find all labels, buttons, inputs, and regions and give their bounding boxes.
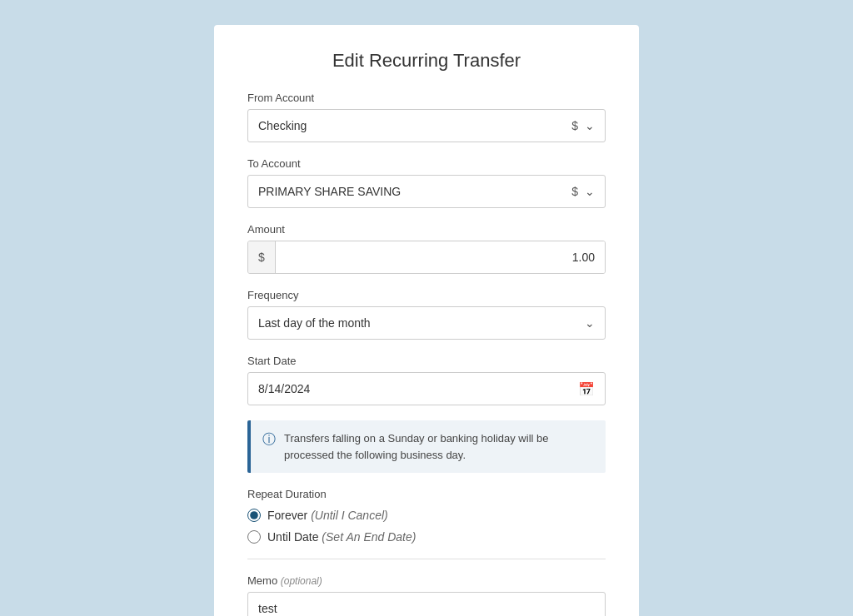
info-message: Transfers falling on a Sunday or banking… [284, 430, 594, 463]
modal-title: Edit Recurring Transfer [247, 50, 606, 72]
start-date-label: Start Date [247, 355, 606, 367]
amount-label: Amount [247, 223, 606, 236]
start-date-input[interactable] [258, 382, 578, 395]
to-account-select[interactable]: PRIMARY SHARE SAVING $ ⌄ [247, 175, 606, 208]
memo-group: Memo (optional) [247, 574, 606, 616]
divider [247, 559, 606, 559]
memo-input[interactable] [247, 592, 606, 616]
frequency-select[interactable]: Last day of the month ⌄ [247, 306, 606, 340]
to-account-label: To Account [247, 157, 606, 170]
start-date-wrapper: 📅 [247, 372, 606, 405]
until-date-radio[interactable] [247, 530, 261, 544]
info-icon: ⓘ [262, 431, 276, 449]
from-account-group: From Account Checking $ ⌄ [247, 92, 606, 142]
from-account-label: From Account [247, 92, 606, 104]
to-account-chevron-icon: ⌄ [585, 185, 595, 198]
info-box: ⓘ Transfers falling on a Sunday or banki… [247, 420, 606, 473]
start-date-group: Start Date 📅 [247, 355, 606, 405]
to-account-currency: $ [571, 185, 578, 198]
amount-wrapper: $ [247, 241, 606, 274]
frequency-label: Frequency [247, 289, 606, 301]
memo-label: Memo (optional) [247, 574, 606, 587]
frequency-value: Last day of the month [258, 316, 585, 330]
until-date-label: Until Date (Set An End Date) [267, 530, 416, 544]
repeat-duration-group: Repeat Duration Forever (Until I Cancel)… [247, 488, 606, 544]
from-account-currency: $ [571, 119, 578, 132]
forever-label: Forever (Until I Cancel) [267, 509, 388, 522]
to-account-group: To Account PRIMARY SHARE SAVING $ ⌄ [247, 157, 606, 208]
amount-prefix: $ [248, 241, 276, 273]
from-account-chevron-icon: ⌄ [585, 119, 595, 132]
modal-container: Edit Recurring Transfer From Account Che… [214, 25, 639, 616]
from-account-select[interactable]: Checking $ ⌄ [247, 109, 606, 142]
amount-input[interactable] [276, 241, 605, 273]
repeat-duration-label: Repeat Duration [247, 488, 606, 500]
forever-option[interactable]: Forever (Until I Cancel) [247, 509, 606, 522]
calendar-icon[interactable]: 📅 [578, 381, 595, 397]
forever-radio[interactable] [247, 509, 261, 522]
from-account-value: Checking [258, 119, 571, 132]
to-account-value: PRIMARY SHARE SAVING [258, 185, 571, 198]
frequency-chevron-icon: ⌄ [585, 316, 595, 330]
frequency-group: Frequency Last day of the month ⌄ [247, 289, 606, 340]
amount-group: Amount $ [247, 223, 606, 274]
until-date-option[interactable]: Until Date (Set An End Date) [247, 530, 606, 544]
